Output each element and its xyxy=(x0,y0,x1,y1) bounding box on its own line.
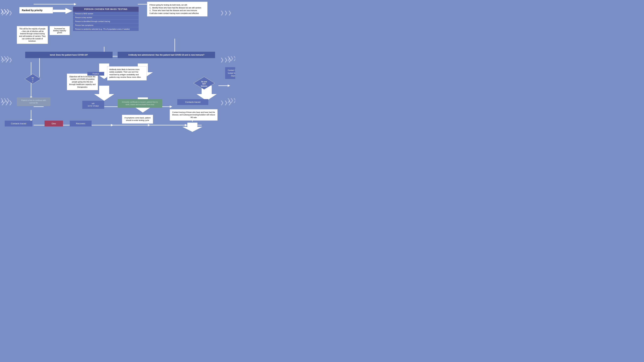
svg-marker-36 xyxy=(170,106,172,108)
person-item-4: Person has symptoms xyxy=(73,23,138,27)
antibody-note-box: Antibody tests likely to become more wid… xyxy=(107,66,147,80)
person-item-3: Person is identified through contact tra… xyxy=(73,20,138,23)
both-tests-box: If those going for testing do both tests… xyxy=(147,2,208,16)
immunity-cert-text: Immunity certificate is issued, patient … xyxy=(122,101,158,106)
svg-marker-40 xyxy=(228,84,230,87)
contacts-traced-right-box: Contacts traced xyxy=(177,99,208,105)
antibody-test-bar: Antibody test administered: Has the pati… xyxy=(118,52,215,58)
ranked-priority-text: Ranked by priority xyxy=(22,9,42,12)
svg-marker-30 xyxy=(185,124,187,126)
majority-people-text: This will be the majority of people – th… xyxy=(19,28,46,42)
svg-text:Ne: Ne xyxy=(32,77,34,78)
dies-box: Dies xyxy=(44,120,63,126)
antigen-test-bar: tered: Does the patient have COVID-19? xyxy=(25,52,112,58)
antigen-test-text: tered: Does the patient have COVID-19? xyxy=(50,54,88,56)
antibody-test-text: Antibody test administered: Has the pati… xyxy=(128,54,204,56)
contact-tracing-note-text: Contact tracing of those who have and ha… xyxy=(172,111,215,118)
ranked-priority-box: Ranked by priority xyxy=(19,7,53,14)
objective-text: Objective will be to increase the number… xyxy=(69,76,96,88)
person-chosen-title: PERSON CHOSEN FOR MASS TESTING xyxy=(73,7,138,12)
person-item-2: Person is key worker xyxy=(73,16,138,20)
antigen-negative-diamond: Ne is in xyxy=(24,74,41,84)
recovers-text: Recovers xyxy=(76,122,85,125)
self-isolate-partial: self-ion for 14 days xyxy=(82,101,104,109)
recovers-box: Recovers xyxy=(70,120,92,126)
contact-tracing-note-box: Contact tracing of those who have and ha… xyxy=(170,109,218,120)
symptoms-back-box: If symptoms come back, patient should re… xyxy=(122,115,153,124)
contacts-traced-left-text: Contacts traced xyxy=(11,122,26,125)
increased-testing-text: Increased as testing capacity grows xyxy=(53,28,66,34)
majority-people-box: This will be the majority of people – th… xyxy=(17,26,48,44)
person-item-1: Person is NHS worker xyxy=(73,12,138,16)
immunity-cert-box: Immunity certificate is issued, patient … xyxy=(118,99,162,108)
dies-text: Dies xyxy=(52,122,56,125)
both-tests-text: If those going for testing do both tests… xyxy=(150,4,201,14)
svg-marker-7 xyxy=(74,3,76,6)
svg-marker-46 xyxy=(182,123,202,132)
positive-text: Positive xyxy=(92,73,99,75)
svg-marker-10 xyxy=(52,8,72,14)
svg-marker-29 xyxy=(148,124,150,126)
svg-marker-28 xyxy=(111,124,114,126)
no-not-immune-diamond: No and NOT Immune xyxy=(193,76,215,90)
increased-testing-box: Increased as testing capacity grows xyxy=(50,26,70,35)
svg-text:in: in xyxy=(32,81,33,83)
objective-box: Objective will be to increase the number… xyxy=(67,74,98,90)
antibody-note-text: Antibody tests likely to become more wid… xyxy=(110,68,141,78)
contacts-traced-left-box: Contacts traced xyxy=(5,120,32,126)
self-isolate-text: self-ion for 14 days xyxy=(88,103,99,107)
contact-self-isolate-text: Contact Self-Isolate for 14 Days xyxy=(228,69,235,77)
contact-self-isolate-box: Contact Self-Isolate for 14 Days xyxy=(225,67,235,79)
patient-free-text: Patient is free to continue with normal … xyxy=(21,99,46,104)
svg-text:Immune: Immune xyxy=(201,85,208,87)
patient-free-box: Patient is free to continue with normal … xyxy=(17,98,50,106)
svg-text:❯❯❯: ❯❯❯ xyxy=(220,10,232,16)
svg-text:NOT: NOT xyxy=(202,83,206,85)
person-item-5: Person is randomly selected (e.g. 7% of … xyxy=(73,27,138,31)
symptoms-back-text: If symptoms come back, patient should re… xyxy=(124,117,150,121)
person-chosen-box: PERSON CHOSEN FOR MASS TESTING Person is… xyxy=(73,7,138,31)
contacts-traced-right-text: Contacts traced xyxy=(185,101,200,103)
svg-text:No  and: No and xyxy=(201,81,207,83)
svg-text:is: is xyxy=(32,79,34,81)
positive-label: Positive xyxy=(87,72,104,76)
